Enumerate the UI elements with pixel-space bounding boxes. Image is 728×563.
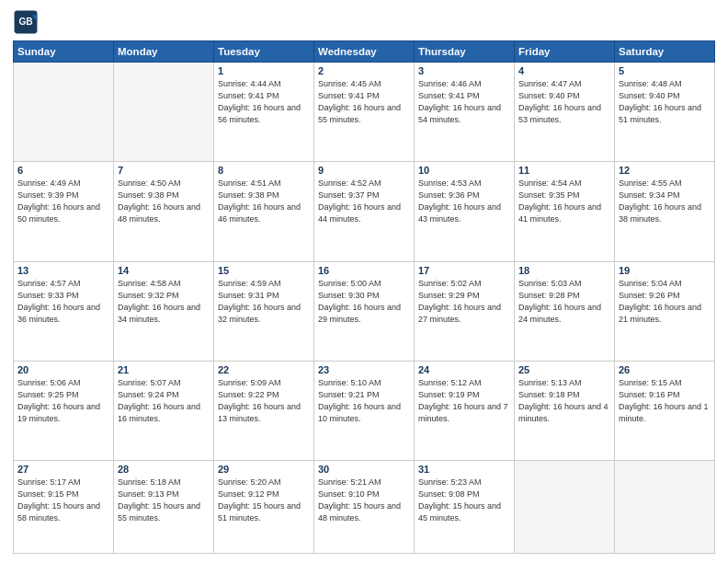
day-info: Sunrise: 5:13 AM Sunset: 9:18 PM Dayligh… <box>518 377 610 425</box>
week-row-4: 27Sunrise: 5:17 AM Sunset: 9:15 PM Dayli… <box>14 461 715 554</box>
day-number: 5 <box>619 65 711 76</box>
day-cell <box>515 461 615 554</box>
day-number: 24 <box>418 364 510 375</box>
day-info: Sunrise: 5:20 AM Sunset: 9:12 PM Dayligh… <box>218 477 310 524</box>
calendar-header-row: SundayMondayTuesdayWednesdayThursdayFrid… <box>14 41 715 63</box>
day-cell <box>615 461 715 554</box>
day-cell: 4Sunrise: 4:47 AM Sunset: 9:40 PM Daylig… <box>515 63 615 162</box>
day-cell: 24Sunrise: 5:12 AM Sunset: 9:19 PM Dayli… <box>415 361 515 460</box>
day-number: 13 <box>17 265 109 276</box>
header: GB <box>13 9 715 35</box>
day-number: 31 <box>418 464 510 475</box>
day-info: Sunrise: 4:47 AM Sunset: 9:40 PM Dayligh… <box>518 78 610 126</box>
day-cell: 12Sunrise: 4:55 AM Sunset: 9:34 PM Dayli… <box>615 162 715 261</box>
day-info: Sunrise: 5:04 AM Sunset: 9:26 PM Dayligh… <box>619 278 711 326</box>
day-info: Sunrise: 5:23 AM Sunset: 9:08 PM Dayligh… <box>418 477 510 524</box>
day-cell: 7Sunrise: 4:50 AM Sunset: 9:38 PM Daylig… <box>114 162 214 261</box>
header-cell-wednesday: Wednesday <box>314 41 415 63</box>
day-info: Sunrise: 4:46 AM Sunset: 9:41 PM Dayligh… <box>418 78 510 126</box>
day-cell: 15Sunrise: 4:59 AM Sunset: 9:31 PM Dayli… <box>214 261 314 361</box>
week-row-3: 20Sunrise: 5:06 AM Sunset: 9:25 PM Dayli… <box>14 361 715 460</box>
day-cell: 29Sunrise: 5:20 AM Sunset: 9:12 PM Dayli… <box>214 461 314 554</box>
day-number: 20 <box>17 364 109 375</box>
day-cell: 10Sunrise: 4:53 AM Sunset: 9:36 PM Dayli… <box>415 162 515 261</box>
day-cell: 21Sunrise: 5:07 AM Sunset: 9:24 PM Dayli… <box>114 361 214 460</box>
day-cell: 8Sunrise: 4:51 AM Sunset: 9:38 PM Daylig… <box>214 162 314 261</box>
day-info: Sunrise: 5:21 AM Sunset: 9:10 PM Dayligh… <box>318 477 410 524</box>
day-number: 28 <box>118 464 210 475</box>
day-number: 14 <box>118 265 210 276</box>
day-info: Sunrise: 5:18 AM Sunset: 9:13 PM Dayligh… <box>118 477 210 524</box>
day-number: 26 <box>619 364 711 375</box>
day-info: Sunrise: 4:48 AM Sunset: 9:40 PM Dayligh… <box>619 78 711 126</box>
day-cell: 30Sunrise: 5:21 AM Sunset: 9:10 PM Dayli… <box>314 461 415 554</box>
day-info: Sunrise: 5:15 AM Sunset: 9:16 PM Dayligh… <box>619 377 711 425</box>
day-info: Sunrise: 5:10 AM Sunset: 9:21 PM Dayligh… <box>318 377 410 425</box>
day-number: 21 <box>118 364 210 375</box>
day-info: Sunrise: 5:07 AM Sunset: 9:24 PM Dayligh… <box>118 377 210 425</box>
day-info: Sunrise: 5:09 AM Sunset: 9:22 PM Dayligh… <box>218 377 310 425</box>
day-number: 15 <box>218 265 310 276</box>
day-cell: 16Sunrise: 5:00 AM Sunset: 9:30 PM Dayli… <box>314 261 415 361</box>
header-cell-saturday: Saturday <box>615 41 715 63</box>
day-cell <box>114 63 214 162</box>
day-cell: 5Sunrise: 4:48 AM Sunset: 9:40 PM Daylig… <box>615 63 715 162</box>
day-info: Sunrise: 5:00 AM Sunset: 9:30 PM Dayligh… <box>318 278 410 326</box>
day-info: Sunrise: 5:17 AM Sunset: 9:15 PM Dayligh… <box>17 477 109 524</box>
day-number: 16 <box>318 265 410 276</box>
day-info: Sunrise: 4:54 AM Sunset: 9:35 PM Dayligh… <box>518 178 610 225</box>
week-row-1: 6Sunrise: 4:49 AM Sunset: 9:39 PM Daylig… <box>14 162 715 261</box>
day-number: 8 <box>218 165 310 176</box>
day-info: Sunrise: 4:52 AM Sunset: 9:37 PM Dayligh… <box>318 178 410 225</box>
day-number: 30 <box>318 464 410 475</box>
day-number: 12 <box>619 165 711 176</box>
week-row-2: 13Sunrise: 4:57 AM Sunset: 9:33 PM Dayli… <box>14 261 715 361</box>
day-info: Sunrise: 4:51 AM Sunset: 9:38 PM Dayligh… <box>218 178 310 225</box>
day-number: 11 <box>518 165 610 176</box>
logo: GB <box>13 9 42 35</box>
day-cell: 6Sunrise: 4:49 AM Sunset: 9:39 PM Daylig… <box>14 162 114 261</box>
day-cell: 19Sunrise: 5:04 AM Sunset: 9:26 PM Dayli… <box>615 261 715 361</box>
day-info: Sunrise: 4:44 AM Sunset: 9:41 PM Dayligh… <box>218 78 310 126</box>
header-cell-tuesday: Tuesday <box>214 41 314 63</box>
day-info: Sunrise: 4:55 AM Sunset: 9:34 PM Dayligh… <box>619 178 711 225</box>
day-number: 17 <box>418 265 510 276</box>
day-cell: 27Sunrise: 5:17 AM Sunset: 9:15 PM Dayli… <box>14 461 114 554</box>
day-number: 2 <box>318 65 410 76</box>
day-cell: 23Sunrise: 5:10 AM Sunset: 9:21 PM Dayli… <box>314 361 415 460</box>
svg-text:GB: GB <box>18 17 32 27</box>
day-number: 27 <box>17 464 109 475</box>
header-cell-thursday: Thursday <box>415 41 515 63</box>
day-info: Sunrise: 4:45 AM Sunset: 9:41 PM Dayligh… <box>318 78 410 126</box>
day-number: 9 <box>318 165 410 176</box>
day-cell: 2Sunrise: 4:45 AM Sunset: 9:41 PM Daylig… <box>314 63 415 162</box>
day-number: 23 <box>318 364 410 375</box>
day-number: 10 <box>418 165 510 176</box>
day-cell: 3Sunrise: 4:46 AM Sunset: 9:41 PM Daylig… <box>415 63 515 162</box>
day-cell: 13Sunrise: 4:57 AM Sunset: 9:33 PM Dayli… <box>14 261 114 361</box>
day-cell <box>14 63 114 162</box>
header-cell-monday: Monday <box>114 41 214 63</box>
day-info: Sunrise: 5:06 AM Sunset: 9:25 PM Dayligh… <box>17 377 109 425</box>
day-number: 1 <box>218 65 310 76</box>
day-info: Sunrise: 5:03 AM Sunset: 9:28 PM Dayligh… <box>518 278 610 326</box>
header-cell-friday: Friday <box>515 41 615 63</box>
day-info: Sunrise: 5:02 AM Sunset: 9:29 PM Dayligh… <box>418 278 510 326</box>
day-number: 29 <box>218 464 310 475</box>
day-cell: 26Sunrise: 5:15 AM Sunset: 9:16 PM Dayli… <box>615 361 715 460</box>
week-row-0: 1Sunrise: 4:44 AM Sunset: 9:41 PM Daylig… <box>14 63 715 162</box>
day-cell: 31Sunrise: 5:23 AM Sunset: 9:08 PM Dayli… <box>415 461 515 554</box>
day-cell: 25Sunrise: 5:13 AM Sunset: 9:18 PM Dayli… <box>515 361 615 460</box>
calendar-body: 1Sunrise: 4:44 AM Sunset: 9:41 PM Daylig… <box>14 63 715 554</box>
day-cell: 22Sunrise: 5:09 AM Sunset: 9:22 PM Dayli… <box>214 361 314 460</box>
day-number: 6 <box>17 165 109 176</box>
day-number: 4 <box>518 65 610 76</box>
day-cell: 20Sunrise: 5:06 AM Sunset: 9:25 PM Dayli… <box>14 361 114 460</box>
calendar-table: SundayMondayTuesdayWednesdayThursdayFrid… <box>13 40 715 554</box>
day-info: Sunrise: 4:49 AM Sunset: 9:39 PM Dayligh… <box>17 178 109 225</box>
header-cell-sunday: Sunday <box>14 41 114 63</box>
day-cell: 28Sunrise: 5:18 AM Sunset: 9:13 PM Dayli… <box>114 461 214 554</box>
day-info: Sunrise: 4:59 AM Sunset: 9:31 PM Dayligh… <box>218 278 310 326</box>
day-info: Sunrise: 4:57 AM Sunset: 9:33 PM Dayligh… <box>17 278 109 326</box>
day-cell: 17Sunrise: 5:02 AM Sunset: 9:29 PM Dayli… <box>415 261 515 361</box>
